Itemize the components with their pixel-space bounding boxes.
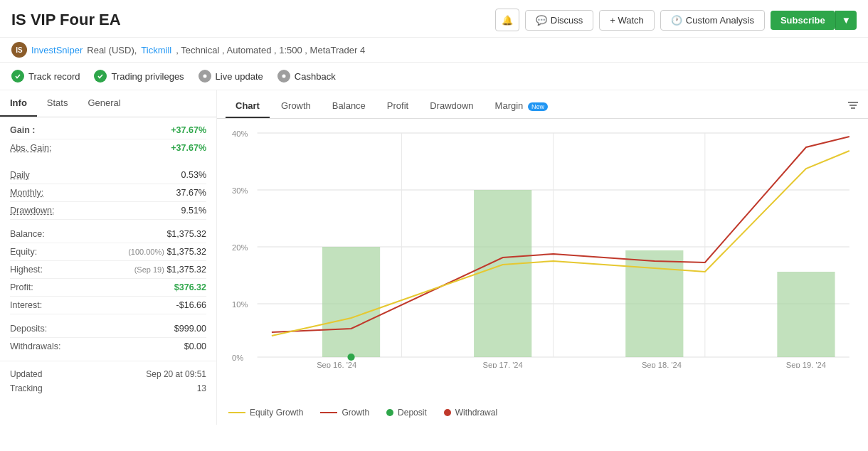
profit-row: Profit: $376.32 <box>10 279 206 297</box>
chart-legend: Equity Growth Growth Deposit Withdrawal <box>217 403 868 425</box>
avatar: IS <box>11 42 27 58</box>
gain-label: Gain : <box>10 125 35 135</box>
tab-general[interactable]: General <box>78 90 130 117</box>
badge-cashback: Cashback <box>277 70 336 83</box>
equity-pct: (100.00%) <box>128 248 164 256</box>
equity-row: Equity: (100.00%) $1,375.32 <box>10 243 206 261</box>
withdrawals-row: Withdrawals: $0.00 <box>10 338 206 355</box>
updated-value: Sep 20 at 09:51 <box>146 369 206 379</box>
svg-text:Sep 17, '24: Sep 17, '24 <box>483 361 523 368</box>
svg-text:Sep 18, '24: Sep 18, '24 <box>642 361 682 368</box>
deposits-label: Deposits: <box>10 324 47 334</box>
badges-row: Track record Trading privileges Live upd… <box>0 63 868 90</box>
subscribe-dropdown-button[interactable]: ▼ <box>835 11 857 30</box>
monthly-row: Monthly: 37.67% <box>10 184 206 202</box>
abs-gain-value: +37.67% <box>171 143 206 153</box>
equity-value: (100.00%) $1,375.32 <box>128 247 206 257</box>
gain-value: +37.67% <box>171 125 206 135</box>
chart-tabs: Chart Growth Balance Profit Drawdown Mar… <box>217 90 868 119</box>
chart-area: 40% 30% 20% 10% 0% <box>217 119 868 403</box>
highest-value: (Sep 19) $1,375.32 <box>134 265 206 275</box>
balance-label: Balance: <box>10 229 45 239</box>
meta-strategy: , Technical , Automated , 1:500 , MetaTr… <box>176 45 365 55</box>
monthly-label: Monthly: <box>10 188 43 198</box>
bottom-info: Updated Sep 20 at 09:51 Tracking 13 <box>0 361 216 401</box>
watch-button[interactable]: + Watch <box>599 10 655 31</box>
clock-icon: 🕐 <box>671 15 682 26</box>
updated-label: Updated <box>10 369 42 379</box>
bell-button[interactable]: 🔔 <box>495 9 519 31</box>
profit-label: Profit: <box>10 282 33 292</box>
growth-line-indicator <box>320 412 337 413</box>
tab-balance[interactable]: Balance <box>322 95 376 118</box>
withdrawal-label: Withdrawal <box>455 408 497 418</box>
trading-privileges-label: Trading privileges <box>111 71 184 82</box>
header-actions: 🔔 💬 Discuss + Watch 🕐 Custom Analysis Su… <box>495 9 857 31</box>
page-title: IS VIP Four EA <box>11 11 121 29</box>
tab-margin[interactable]: Margin New <box>485 95 558 118</box>
gain-section: Gain : +37.67% Abs. Gain: +37.67% <box>0 117 216 161</box>
withdrawals-value: $0.00 <box>184 341 206 351</box>
svg-text:0%: 0% <box>232 354 243 362</box>
legend-equity-growth: Equity Growth <box>228 408 303 418</box>
subscribe-button[interactable]: Subscribe <box>771 11 835 30</box>
stats-table: Daily 0.53% Monthly: 37.67% Drawdown: 9.… <box>0 161 216 361</box>
profit-value: $376.32 <box>174 282 206 292</box>
discuss-icon: 💬 <box>536 15 547 26</box>
meta-row: IS InvestSniper Real (USD), Tickmill , T… <box>0 38 868 63</box>
badge-live-update: Live update <box>199 70 263 83</box>
tab-chart[interactable]: Chart <box>226 95 270 118</box>
abs-gain-row: Abs. Gain: +37.67% <box>10 139 206 156</box>
legend-growth: Growth <box>320 408 369 418</box>
cashback-icon <box>277 70 290 83</box>
svg-text:20%: 20% <box>232 243 248 252</box>
tab-info[interactable]: Info <box>0 90 37 117</box>
legend-withdrawal: Withdrawal <box>444 408 497 418</box>
svg-point-1 <box>282 75 285 78</box>
cashback-label: Cashback <box>295 71 336 82</box>
bar-sep19 <box>777 272 835 357</box>
withdrawal-dot-indicator <box>444 409 451 416</box>
deposits-value: $999.00 <box>174 324 206 334</box>
tab-drawdown[interactable]: Drawdown <box>420 95 483 118</box>
equity-growth-label: Equity Growth <box>250 408 303 418</box>
withdrawals-label: Withdrawals: <box>10 341 61 351</box>
interest-row: Interest: -$16.66 <box>10 297 206 314</box>
new-badge: New <box>528 102 548 111</box>
abs-gain-label: Abs. Gain: <box>10 143 51 153</box>
broker-link[interactable]: Tickmill <box>141 45 171 55</box>
filter-icon[interactable] <box>847 99 859 114</box>
subscribe-wrap: Subscribe ▼ <box>771 11 857 30</box>
tracking-row: Tracking 13 <box>10 381 206 396</box>
user-link[interactable]: InvestSniper <box>31 45 83 55</box>
daily-value: 0.53% <box>181 170 206 180</box>
custom-analysis-label: Custom Analysis <box>686 15 754 26</box>
tracking-value: 13 <box>197 383 206 393</box>
svg-text:Sep 16, '24: Sep 16, '24 <box>317 361 356 368</box>
bar-sep16 <box>322 247 380 357</box>
deposit-label: Deposit <box>398 408 427 418</box>
gain-row: Gain : +37.67% <box>10 122 206 139</box>
live-update-icon <box>199 70 211 83</box>
legend-deposit: Deposit <box>386 408 427 418</box>
drawdown-row: Drawdown: 9.51% <box>10 202 206 220</box>
drawdown-value: 9.51% <box>181 206 206 216</box>
tab-profit[interactable]: Profit <box>377 95 418 118</box>
tab-growth[interactable]: Growth <box>271 95 321 118</box>
svg-text:40%: 40% <box>232 129 248 138</box>
right-panel: Chart Growth Balance Profit Drawdown Mar… <box>217 90 868 425</box>
updated-row: Updated Sep 20 at 09:51 <box>10 367 206 381</box>
discuss-button[interactable]: 💬 Discuss <box>525 10 594 31</box>
tab-stats[interactable]: Stats <box>37 90 78 117</box>
tracking-label: Tracking <box>10 383 43 393</box>
growth-label: Growth <box>342 408 369 418</box>
badge-track-record: Track record <box>11 70 80 83</box>
deposit-dot <box>347 354 354 361</box>
highest-label: Highest: <box>10 265 43 275</box>
monthly-value: 37.67% <box>176 188 206 198</box>
balance-row: Balance: $1,375.32 <box>10 226 206 243</box>
badge-trading-privileges: Trading privileges <box>94 70 184 83</box>
equity-growth-line-indicator <box>228 412 245 413</box>
custom-analysis-button[interactable]: 🕐 Custom Analysis <box>660 10 765 31</box>
left-panel: Info Stats General Gain : +37.67% Abs. G… <box>0 90 217 425</box>
